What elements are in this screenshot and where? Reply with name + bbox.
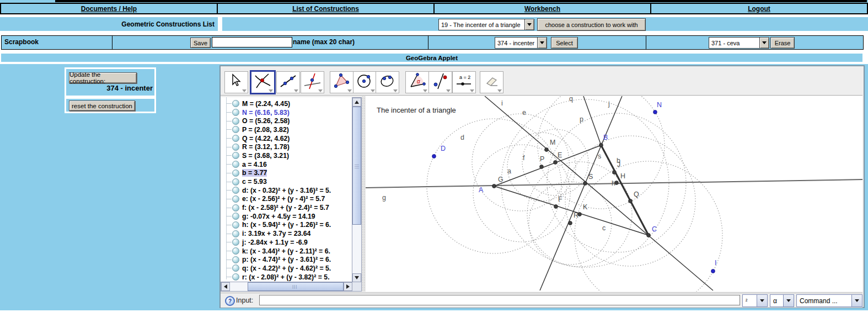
pane-splitter[interactable] bbox=[362, 96, 366, 292]
point-B[interactable] bbox=[599, 144, 603, 147]
point-C[interactable] bbox=[647, 234, 651, 237]
name-input[interactable] bbox=[212, 37, 292, 47]
construction-line[interactable] bbox=[485, 96, 713, 290]
dropdown-arrow-icon[interactable] bbox=[757, 295, 767, 306]
algebra-item-17[interactable]: k: (x - 3.44)² + (y - 2.11)² = 6. bbox=[221, 247, 362, 256]
algebra-vscrollbar[interactable]: ——— bbox=[352, 97, 362, 283]
algebra-item-19[interactable]: q: (x - 4.22)² + (y - 4.62)² = 5. bbox=[221, 264, 362, 273]
tool-options-arrow-icon[interactable] bbox=[446, 89, 451, 92]
visibility-marble-icon[interactable] bbox=[232, 273, 239, 281]
visibility-marble-icon[interactable] bbox=[232, 178, 239, 186]
greek-dropdown[interactable]: α bbox=[770, 294, 794, 307]
command-dropdown[interactable]: Command ... bbox=[796, 294, 862, 307]
point-J[interactable] bbox=[613, 171, 617, 174]
point-P[interactable] bbox=[540, 165, 544, 169]
visibility-marble-icon[interactable] bbox=[232, 100, 239, 107]
visibility-marble-icon[interactable] bbox=[232, 221, 239, 229]
update-construction-button[interactable]: Update the construction: bbox=[69, 72, 137, 83]
scroll-down-button[interactable] bbox=[352, 273, 361, 282]
dropdown-arrow-icon[interactable] bbox=[537, 38, 546, 48]
graphics-view[interactable]: ABCDNIMEPSJHQFKRGgdefaiqjpsbhcThe incent… bbox=[366, 96, 862, 292]
polygon-tool-button[interactable] bbox=[330, 71, 353, 93]
tool-options-arrow-icon[interactable] bbox=[423, 89, 427, 92]
point-F[interactable] bbox=[554, 205, 558, 209]
exponent-dropdown[interactable]: ² bbox=[742, 294, 768, 307]
scroll-left-button[interactable] bbox=[221, 282, 230, 291]
visibility-marble-icon[interactable] bbox=[232, 135, 239, 142]
point-R[interactable] bbox=[569, 221, 572, 225]
visibility-marble-icon[interactable] bbox=[232, 256, 239, 263]
algebra-item-4[interactable]: Q = (4.22, 4.62) bbox=[221, 134, 362, 143]
slider-tool-button[interactable]: a = 2 bbox=[452, 71, 476, 93]
visibility-marble-icon[interactable] bbox=[232, 187, 239, 194]
erase-construction-dropdown[interactable]: 371 - ceva bbox=[709, 37, 769, 49]
move-tool-button[interactable] bbox=[224, 71, 248, 93]
perpendicular-line-tool-button[interactable] bbox=[301, 71, 324, 93]
point-I[interactable] bbox=[711, 269, 715, 273]
select-button[interactable]: Select bbox=[551, 37, 578, 49]
algebra-item-16[interactable]: j: -2.84x + 1.1y = -6.9 bbox=[221, 238, 362, 247]
reflect-object-tool-button[interactable] bbox=[428, 71, 452, 93]
visibility-marble-icon[interactable] bbox=[232, 152, 239, 159]
algebra-item-9[interactable]: c = 5.93 bbox=[221, 177, 362, 186]
point-E[interactable] bbox=[554, 161, 558, 165]
dropdown-arrow-icon[interactable] bbox=[759, 38, 769, 48]
algebra-item-2[interactable]: O = (5.26, 2.58) bbox=[221, 117, 362, 125]
nav-link-list-of-constructions[interactable]: List of Constructions bbox=[292, 5, 359, 13]
point-N[interactable] bbox=[653, 110, 657, 114]
algebra-item-1[interactable]: N = (6.16, 5.83) bbox=[221, 108, 362, 117]
construction-dropdown[interactable]: 19 - The incenter of a triangle bbox=[438, 19, 534, 30]
tool-options-arrow-icon[interactable] bbox=[470, 89, 474, 92]
algebra-item-5[interactable]: R = (3.12, 1.78) bbox=[221, 142, 362, 151]
nav-link-workbench[interactable]: Workbench bbox=[524, 5, 560, 13]
algebra-item-6[interactable]: S = (3.68, 3.21) bbox=[221, 151, 362, 160]
visibility-marble-icon[interactable] bbox=[232, 204, 239, 211]
visibility-marble-icon[interactable] bbox=[232, 265, 239, 272]
construction-line[interactable] bbox=[540, 96, 622, 290]
visibility-marble-icon[interactable] bbox=[232, 144, 239, 151]
algebra-item-0[interactable]: M = (2.24, 4.45) bbox=[221, 99, 362, 108]
algebra-item-12[interactable]: f: (x - 2.58)² + (y - 2.4)² = 5.7 bbox=[221, 203, 362, 212]
algebra-item-14[interactable]: h: (x - 5.94)² + (y - 1.26)² = 6. bbox=[221, 221, 362, 230]
visibility-marble-icon[interactable] bbox=[232, 126, 239, 133]
point-S[interactable] bbox=[583, 182, 587, 186]
tool-options-arrow-icon[interactable] bbox=[371, 89, 375, 92]
algebra-item-13[interactable]: g: -0.07x + 4.5y = 14.19 bbox=[221, 212, 362, 221]
conic-tool-button[interactable] bbox=[376, 71, 399, 93]
move-canvas-tool-button[interactable] bbox=[480, 71, 503, 93]
construction-line[interactable] bbox=[601, 145, 649, 235]
vscroll-thumb[interactable]: ——— bbox=[352, 107, 361, 225]
line-tool-button[interactable] bbox=[276, 71, 300, 93]
save-button[interactable]: Save bbox=[190, 38, 211, 48]
tool-options-arrow-icon[interactable] bbox=[318, 89, 323, 92]
erase-button[interactable]: Erase bbox=[770, 37, 795, 49]
scroll-right-button[interactable] bbox=[344, 282, 352, 291]
nav-link-logout[interactable]: Logout bbox=[748, 5, 770, 13]
help-icon[interactable]: ? bbox=[225, 296, 235, 306]
circle-tool-button[interactable] bbox=[353, 71, 377, 93]
algebra-item-11[interactable]: e: (x - 2.56)² + (y - 4)² = 5.7 bbox=[221, 195, 362, 204]
visibility-marble-icon[interactable] bbox=[232, 247, 239, 255]
construction-line[interactable] bbox=[583, 96, 601, 145]
visibility-marble-icon[interactable] bbox=[232, 161, 239, 168]
algebra-item-7[interactable]: a = 4.16 bbox=[221, 160, 362, 169]
tool-options-arrow-icon[interactable] bbox=[497, 89, 502, 92]
algebra-hscrollbar[interactable]: ||| bbox=[221, 282, 353, 292]
visibility-marble-icon[interactable] bbox=[232, 213, 239, 220]
dropdown-arrow-icon[interactable] bbox=[783, 295, 794, 306]
visibility-marble-icon[interactable] bbox=[232, 239, 239, 246]
nav-link-documents-help[interactable]: Documents / Help bbox=[81, 5, 137, 13]
point-D[interactable] bbox=[432, 155, 436, 158]
algebra-item-20[interactable]: r: (x - 2.08)² + (y - 3.82)² = 5. bbox=[221, 273, 362, 282]
geogebra-input[interactable] bbox=[259, 295, 740, 305]
tool-options-arrow-icon[interactable] bbox=[269, 89, 273, 92]
algebra-item-3[interactable]: P = (2.08, 3.82) bbox=[221, 125, 362, 134]
construction-circle[interactable] bbox=[473, 145, 570, 242]
algebra-item-10[interactable]: d: (x - 0.32)² + (y - 3.16)² = 5. bbox=[221, 186, 362, 195]
visibility-marble-icon[interactable] bbox=[232, 230, 239, 237]
visibility-marble-icon[interactable] bbox=[232, 118, 239, 125]
tool-options-arrow-icon[interactable] bbox=[347, 89, 352, 92]
angle-tool-button[interactable]: α bbox=[405, 71, 429, 93]
work-construction-dropdown[interactable]: 374 - incenter bbox=[495, 37, 547, 49]
reset-construction-button[interactable]: reset the construction bbox=[69, 101, 135, 111]
